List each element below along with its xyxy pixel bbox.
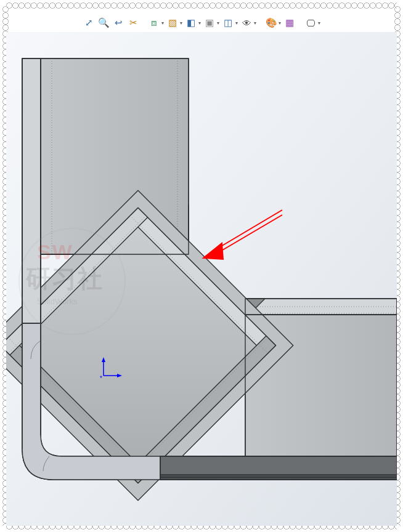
edit-appearance-icon[interactable]: ▣ <box>203 17 216 29</box>
previous-view-icon[interactable]: ↩ <box>112 17 124 29</box>
view-toolbar: ⤢🔍↩✂⧈▾▧▾◧▾▣▾◫▾👁▾🎨▾▦🖵▾ <box>6 14 397 32</box>
zoom-to-fit-icon[interactable]: ⤢ <box>83 17 95 29</box>
zoom-area-icon[interactable]: 🔍 <box>97 17 110 29</box>
display-style-icon[interactable]: ▧ <box>166 17 179 29</box>
render-tools-icon[interactable]: ▦ <box>283 17 296 29</box>
hide-show-icon[interactable]: ◧ <box>185 17 197 29</box>
view-settings-icon-dropdown[interactable]: ▾ <box>254 20 256 26</box>
apply-scene-icon[interactable]: ◫ <box>222 17 234 29</box>
apply-scene-icon-dropdown[interactable]: ▾ <box>235 20 238 26</box>
hide-show-icon-dropdown[interactable]: ▾ <box>198 20 201 26</box>
appearance-color-icon-dropdown[interactable]: ▾ <box>279 20 281 26</box>
section-view-icon[interactable]: ✂ <box>127 17 139 29</box>
display-pane-icon[interactable]: 🖵 <box>304 17 317 29</box>
edit-appearance-icon-dropdown[interactable]: ▾ <box>217 20 219 26</box>
graphics-viewport[interactable] <box>6 32 397 526</box>
display-style-icon-dropdown[interactable]: ▾ <box>180 20 182 26</box>
svg-rect-27 <box>160 456 397 477</box>
view-orient-icon-dropdown[interactable]: ▾ <box>161 20 164 26</box>
appearance-color-icon[interactable]: 🎨 <box>265 17 277 29</box>
model-canvas <box>6 32 397 526</box>
display-pane-icon-dropdown[interactable]: ▾ <box>318 20 320 26</box>
view-orient-icon[interactable]: ⧈ <box>148 17 160 29</box>
app-frame: ⤢🔍↩✂⧈▾▧▾◧▾▣▾◫▾👁▾🎨▾▦🖵▾ <box>6 6 397 526</box>
view-settings-icon[interactable]: 👁 <box>240 17 253 29</box>
